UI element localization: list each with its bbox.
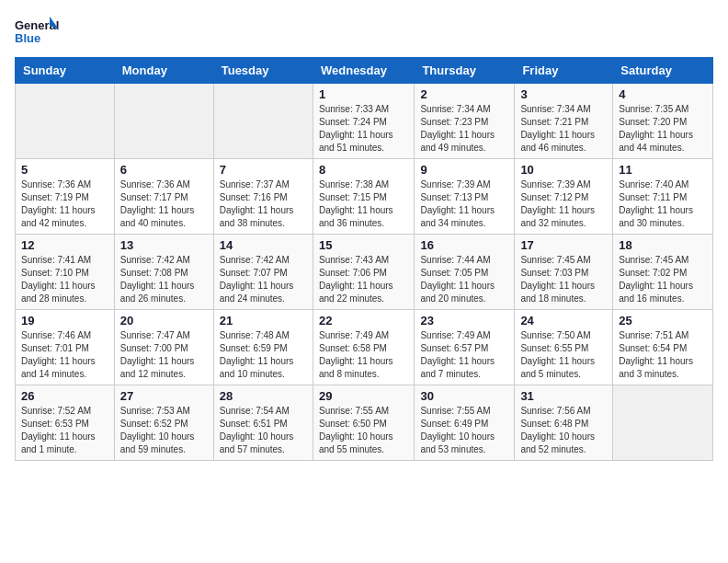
calendar-week-row: 12Sunrise: 7:41 AM Sunset: 7:10 PM Dayli… [16,235,713,310]
day-number: 25 [619,314,707,327]
calendar-cell: 20Sunrise: 7:47 AM Sunset: 7:00 PM Dayli… [114,310,213,385]
calendar-cell [16,84,115,159]
day-info: Sunrise: 7:55 AM Sunset: 6:49 PM Dayligh… [420,405,508,456]
day-info: Sunrise: 7:55 AM Sunset: 6:50 PM Dayligh… [319,405,408,456]
day-info: Sunrise: 7:33 AM Sunset: 7:24 PM Dayligh… [319,103,408,155]
header: GeneralBlue [15,15,713,48]
day-number: 30 [420,389,508,403]
day-number: 17 [520,238,607,252]
day-info: Sunrise: 7:56 AM Sunset: 6:48 PM Dayligh… [520,405,607,456]
calendar-week-row: 19Sunrise: 7:46 AM Sunset: 7:01 PM Dayli… [16,310,713,385]
day-number: 24 [520,314,607,327]
calendar-header-row: SundayMondayTuesdayWednesdayThursdayFrid… [16,58,713,84]
day-number: 7 [220,163,307,177]
day-number: 15 [319,238,408,252]
day-number: 21 [220,314,307,327]
calendar-cell: 30Sunrise: 7:55 AM Sunset: 6:49 PM Dayli… [415,385,515,461]
day-info: Sunrise: 7:45 AM Sunset: 7:02 PM Dayligh… [619,254,707,305]
calendar-cell: 1Sunrise: 7:33 AM Sunset: 7:24 PM Daylig… [313,84,414,159]
calendar-cell: 15Sunrise: 7:43 AM Sunset: 7:06 PM Dayli… [313,235,414,310]
calendar-cell: 12Sunrise: 7:41 AM Sunset: 7:10 PM Dayli… [16,235,115,310]
day-number: 9 [420,163,508,177]
day-info: Sunrise: 7:42 AM Sunset: 7:08 PM Dayligh… [120,254,208,305]
calendar-cell [114,84,213,159]
day-info: Sunrise: 7:40 AM Sunset: 7:11 PM Dayligh… [619,178,707,230]
day-info: Sunrise: 7:52 AM Sunset: 6:53 PM Dayligh… [21,405,108,456]
calendar-week-row: 26Sunrise: 7:52 AM Sunset: 6:53 PM Dayli… [16,385,713,461]
day-info: Sunrise: 7:49 AM Sunset: 6:57 PM Dayligh… [420,329,508,381]
day-number: 4 [619,87,707,101]
calendar-cell: 29Sunrise: 7:55 AM Sunset: 6:50 PM Dayli… [313,385,414,461]
calendar-cell: 10Sunrise: 7:39 AM Sunset: 7:12 PM Dayli… [515,159,613,235]
day-info: Sunrise: 7:44 AM Sunset: 7:05 PM Dayligh… [420,254,508,305]
day-number: 1 [319,87,408,101]
calendar-cell: 2Sunrise: 7:34 AM Sunset: 7:23 PM Daylig… [415,84,515,159]
day-number: 11 [619,163,707,177]
calendar-cell: 21Sunrise: 7:48 AM Sunset: 6:59 PM Dayli… [213,310,313,385]
column-header-thursday: Thursday [415,58,515,84]
column-header-wednesday: Wednesday [313,58,414,84]
day-info: Sunrise: 7:34 AM Sunset: 7:21 PM Dayligh… [520,103,607,155]
day-number: 22 [319,314,408,327]
day-info: Sunrise: 7:39 AM Sunset: 7:13 PM Dayligh… [420,178,508,230]
calendar-week-row: 5Sunrise: 7:36 AM Sunset: 7:19 PM Daylig… [16,159,713,235]
calendar-cell: 25Sunrise: 7:51 AM Sunset: 6:54 PM Dayli… [613,310,713,385]
column-header-tuesday: Tuesday [213,58,313,84]
calendar-cell: 6Sunrise: 7:36 AM Sunset: 7:17 PM Daylig… [114,159,213,235]
calendar-cell [213,84,313,159]
day-info: Sunrise: 7:43 AM Sunset: 7:06 PM Dayligh… [319,254,408,305]
day-info: Sunrise: 7:35 AM Sunset: 7:20 PM Dayligh… [619,103,707,155]
day-number: 12 [21,238,108,252]
day-info: Sunrise: 7:38 AM Sunset: 7:15 PM Dayligh… [319,178,408,230]
calendar-cell: 7Sunrise: 7:37 AM Sunset: 7:16 PM Daylig… [213,159,313,235]
calendar-week-row: 1Sunrise: 7:33 AM Sunset: 7:24 PM Daylig… [16,84,713,159]
calendar-cell: 17Sunrise: 7:45 AM Sunset: 7:03 PM Dayli… [515,235,613,310]
calendar-cell: 14Sunrise: 7:42 AM Sunset: 7:07 PM Dayli… [213,235,313,310]
calendar-cell: 26Sunrise: 7:52 AM Sunset: 6:53 PM Dayli… [16,385,115,461]
day-info: Sunrise: 7:53 AM Sunset: 6:52 PM Dayligh… [120,405,208,456]
day-info: Sunrise: 7:50 AM Sunset: 6:55 PM Dayligh… [520,329,607,381]
day-number: 5 [21,163,108,177]
day-number: 6 [120,163,208,177]
day-number: 14 [220,238,307,252]
logo: GeneralBlue [15,15,61,48]
day-number: 16 [420,238,508,252]
day-number: 29 [319,389,408,403]
calendar-cell: 8Sunrise: 7:38 AM Sunset: 7:15 PM Daylig… [313,159,414,235]
day-info: Sunrise: 7:42 AM Sunset: 7:07 PM Dayligh… [220,254,307,305]
column-header-monday: Monday [114,58,213,84]
calendar-cell: 23Sunrise: 7:49 AM Sunset: 6:57 PM Dayli… [415,310,515,385]
day-info: Sunrise: 7:36 AM Sunset: 7:17 PM Dayligh… [120,178,208,230]
calendar-cell [613,385,713,461]
svg-text:Blue: Blue [15,31,40,45]
calendar-cell: 16Sunrise: 7:44 AM Sunset: 7:05 PM Dayli… [415,235,515,310]
column-header-saturday: Saturday [613,58,713,84]
day-number: 10 [520,163,607,177]
day-info: Sunrise: 7:49 AM Sunset: 6:58 PM Dayligh… [319,329,408,381]
calendar-table: SundayMondayTuesdayWednesdayThursdayFrid… [15,57,713,461]
column-header-friday: Friday [515,58,613,84]
day-info: Sunrise: 7:37 AM Sunset: 7:16 PM Dayligh… [220,178,307,230]
calendar-cell: 4Sunrise: 7:35 AM Sunset: 7:20 PM Daylig… [613,84,713,159]
day-number: 26 [21,389,108,403]
calendar-cell: 11Sunrise: 7:40 AM Sunset: 7:11 PM Dayli… [613,159,713,235]
calendar-cell: 3Sunrise: 7:34 AM Sunset: 7:21 PM Daylig… [515,84,613,159]
calendar-cell: 27Sunrise: 7:53 AM Sunset: 6:52 PM Dayli… [114,385,213,461]
column-header-sunday: Sunday [16,58,115,84]
day-number: 8 [319,163,408,177]
day-number: 20 [120,314,208,327]
day-number: 27 [120,389,208,403]
calendar-cell: 13Sunrise: 7:42 AM Sunset: 7:08 PM Dayli… [114,235,213,310]
calendar-cell: 22Sunrise: 7:49 AM Sunset: 6:58 PM Dayli… [313,310,414,385]
day-info: Sunrise: 7:39 AM Sunset: 7:12 PM Dayligh… [520,178,607,230]
day-info: Sunrise: 7:45 AM Sunset: 7:03 PM Dayligh… [520,254,607,305]
calendar-cell: 19Sunrise: 7:46 AM Sunset: 7:01 PM Dayli… [16,310,115,385]
day-info: Sunrise: 7:51 AM Sunset: 6:54 PM Dayligh… [619,329,707,381]
calendar-cell: 5Sunrise: 7:36 AM Sunset: 7:19 PM Daylig… [16,159,115,235]
calendar-cell: 31Sunrise: 7:56 AM Sunset: 6:48 PM Dayli… [515,385,613,461]
day-number: 19 [21,314,108,327]
calendar-cell: 9Sunrise: 7:39 AM Sunset: 7:13 PM Daylig… [415,159,515,235]
day-info: Sunrise: 7:41 AM Sunset: 7:10 PM Dayligh… [21,254,108,305]
day-number: 31 [520,389,607,403]
day-number: 13 [120,238,208,252]
